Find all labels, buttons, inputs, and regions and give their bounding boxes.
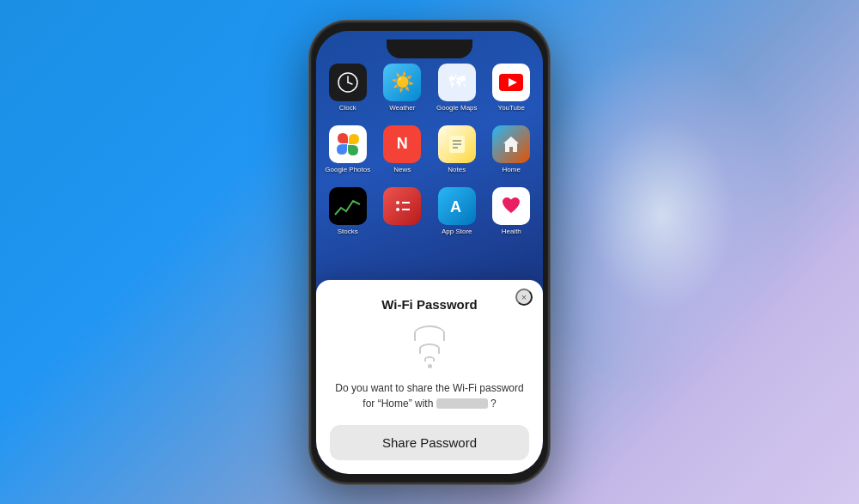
youtube-app-icon — [492, 64, 530, 101]
power-button — [548, 108, 550, 143]
photos-app-icon — [329, 125, 367, 163]
mute-button — [309, 91, 311, 112]
maps-app-icon: 🗺 — [438, 64, 476, 101]
dialog-message-text-after: ? — [490, 398, 497, 410]
app-icon-news[interactable]: N News — [380, 125, 426, 173]
dialog-message-text-before: Do you want to share the Wi-Fi password — [335, 382, 523, 394]
wifi-dot — [428, 364, 432, 368]
health-app-icon — [492, 187, 530, 225]
home-app-label: Home — [503, 166, 521, 173]
app-icon-weather[interactable]: ☀️ Weather — [380, 64, 426, 112]
redacted-contact-name — [436, 398, 488, 409]
news-app-icon: N — [383, 125, 421, 163]
app-icon-maps[interactable]: 🗺 Google Maps — [434, 64, 480, 112]
youtube-app-label: YouTube — [498, 104, 525, 112]
share-password-button[interactable]: Share Password — [330, 425, 529, 460]
wifi-arc-large — [414, 325, 445, 341]
wifi-symbol — [414, 325, 445, 368]
phone-device: Clock ☀️ Weather 🗺 Google Maps — [296, 12, 563, 493]
clock-app-icon — [329, 64, 367, 101]
stocks-app-label: Stocks — [338, 228, 358, 235]
appstore-app-icon: A — [438, 187, 476, 225]
reminders-app-icon — [383, 187, 421, 225]
app-grid-row1: Clock ☀️ Weather 🗺 Google Maps — [316, 57, 543, 118]
wifi-icon-container — [330, 325, 529, 368]
volume-down-button — [309, 160, 311, 191]
stocks-app-icon — [329, 187, 367, 225]
maps-app-label: Google Maps — [436, 104, 478, 112]
notch — [387, 39, 472, 58]
notes-app-icon — [438, 125, 476, 163]
notes-app-label: Notes — [448, 166, 466, 173]
svg-point-10 — [396, 201, 399, 204]
appstore-app-label: App Store — [442, 228, 472, 235]
app-icon-stocks[interactable]: Stocks — [325, 187, 371, 235]
dialog-title: Wi-Fi Password — [330, 297, 529, 312]
app-icon-youtube[interactable]: YouTube — [489, 64, 535, 112]
svg-point-12 — [396, 208, 399, 211]
app-icon-notes[interactable]: Notes — [434, 125, 480, 173]
svg-text:A: A — [450, 198, 461, 216]
wifi-arc-medium — [419, 343, 440, 354]
phone-body: Clock ☀️ Weather 🗺 Google Maps — [309, 21, 550, 484]
phone-screen: Clock ☀️ Weather 🗺 Google Maps — [316, 31, 543, 474]
app-icon-reminders[interactable] — [380, 187, 426, 235]
wifi-arc-small — [424, 356, 435, 361]
background-glow — [533, 43, 790, 386]
dialog-message: Do you want to share the Wi-Fi password … — [330, 380, 529, 411]
app-icon-home[interactable]: Home — [489, 125, 535, 173]
app-icon-appstore[interactable]: A App Store — [434, 187, 480, 235]
app-icon-clock[interactable]: Clock — [325, 64, 371, 112]
clock-app-label: Clock — [339, 104, 356, 112]
app-icon-photos[interactable]: Google Photos — [325, 125, 371, 173]
weather-app-label: Weather — [389, 104, 415, 112]
home-screen: Clock ☀️ Weather 🗺 Google Maps — [316, 31, 543, 474]
app-grid-row2: Google Photos N News — [316, 118, 543, 180]
home-app-icon — [492, 125, 530, 163]
dialog-close-button[interactable]: × — [515, 288, 533, 306]
svg-marker-9 — [503, 137, 519, 152]
wifi-password-dialog: × Wi-Fi Password Do you want to share th… — [316, 280, 543, 474]
svg-line-2 — [348, 82, 352, 84]
news-app-label: News — [393, 166, 411, 173]
volume-up-button — [309, 121, 311, 152]
health-app-label: Health — [502, 228, 521, 235]
app-grid-row3: Stocks — [316, 180, 543, 242]
dialog-message-text-network: for “Home” with — [362, 398, 433, 410]
weather-app-icon: ☀️ — [383, 64, 421, 101]
app-icon-health[interactable]: Health — [489, 187, 535, 235]
photos-app-label: Google Photos — [325, 166, 370, 173]
